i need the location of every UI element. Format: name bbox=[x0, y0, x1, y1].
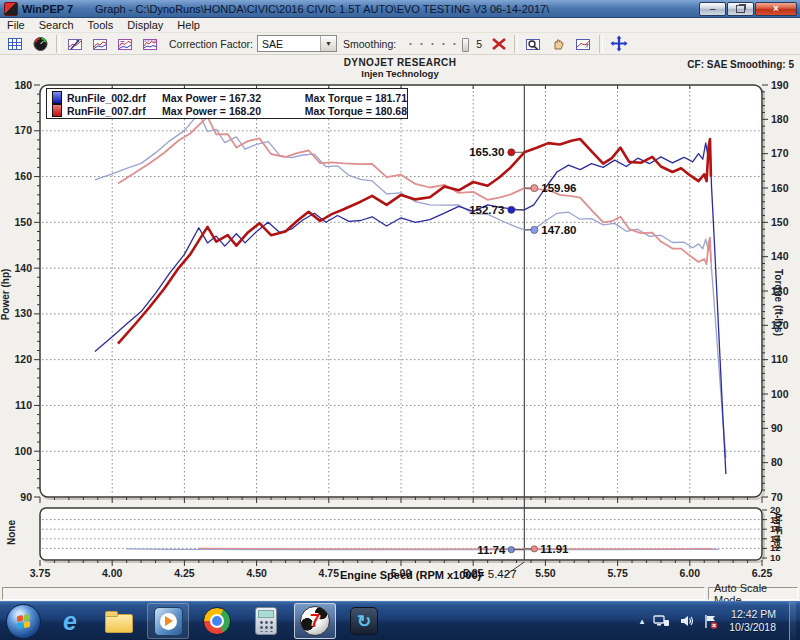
cursor-dot bbox=[508, 546, 514, 552]
svg-text:165.30: 165.30 bbox=[469, 146, 504, 158]
taskbar-sync-app[interactable]: ↻ bbox=[343, 603, 385, 639]
action-center-flag-icon[interactable] bbox=[703, 614, 718, 629]
svg-text:100: 100 bbox=[771, 388, 789, 400]
smoothing-slider[interactable] bbox=[403, 37, 469, 51]
winpep-app-icon bbox=[4, 2, 18, 16]
smoothing-label: Smoothing: bbox=[343, 38, 396, 50]
svg-text:4.50: 4.50 bbox=[246, 567, 267, 579]
svg-text:140: 140 bbox=[14, 262, 32, 274]
chevron-down-icon[interactable]: ▼ bbox=[320, 36, 336, 51]
svg-text:130: 130 bbox=[14, 307, 32, 319]
zoom-run-button[interactable] bbox=[571, 33, 596, 55]
cursor-x-readout: X = 5.427 bbox=[467, 568, 517, 580]
legend-max-torque: Max Torque = 180.68 bbox=[305, 105, 407, 117]
start-button[interactable] bbox=[6, 604, 41, 639]
legend-swatch-blue bbox=[52, 91, 62, 104]
af-axis-left-title: None bbox=[6, 520, 17, 545]
taskbar-internet-explorer[interactable]: e bbox=[49, 603, 91, 639]
toolbar-separator bbox=[514, 35, 518, 53]
graph-compare-button[interactable] bbox=[113, 33, 138, 55]
windows-logo-icon bbox=[17, 614, 30, 629]
menu-file[interactable]: File bbox=[0, 18, 32, 33]
svg-text:11.91: 11.91 bbox=[540, 543, 569, 555]
taskbar-chrome[interactable] bbox=[196, 603, 238, 639]
taskbar-file-explorer[interactable] bbox=[98, 603, 140, 639]
svg-text:180: 180 bbox=[14, 79, 32, 91]
correction-factor-select[interactable]: SAE ▼ bbox=[257, 35, 337, 52]
status-message-cell bbox=[2, 587, 705, 600]
svg-text:4.25: 4.25 bbox=[174, 567, 195, 579]
svg-text:140: 140 bbox=[771, 250, 789, 262]
svg-text:10: 10 bbox=[770, 552, 781, 563]
toolbar: Correction Factor: SAE ▼ Smoothing: 5 bbox=[0, 33, 800, 55]
legend-max-torque: Max Torque = 181.71 bbox=[305, 92, 407, 104]
svg-text:150: 150 bbox=[14, 216, 32, 228]
graph-multi-button[interactable] bbox=[138, 33, 163, 55]
smoothing-value: 5 bbox=[476, 38, 482, 50]
folder-icon bbox=[105, 614, 133, 633]
chrome-icon bbox=[203, 607, 231, 635]
svg-text:120: 120 bbox=[14, 353, 32, 365]
chart-legend: RunFile_002.drf Max Power = 167.32 Max T… bbox=[46, 88, 408, 119]
svg-text:147.80: 147.80 bbox=[541, 224, 576, 236]
legend-max-power: Max Power = 168.20 bbox=[162, 105, 305, 117]
sync-icon: ↻ bbox=[350, 607, 378, 635]
taskbar-calculator[interactable] bbox=[245, 603, 287, 639]
svg-text:160: 160 bbox=[14, 170, 32, 182]
af-chart-panel bbox=[40, 508, 762, 560]
network-icon[interactable] bbox=[653, 614, 670, 628]
svg-text:3.75: 3.75 bbox=[30, 567, 51, 579]
volume-icon[interactable] bbox=[679, 614, 694, 628]
graph-overlay-button[interactable] bbox=[88, 33, 113, 55]
window-title: Graph - C:\DynoRuns\HONDA\CIVIC\2016 CIV… bbox=[95, 3, 699, 15]
svg-text:150: 150 bbox=[771, 216, 789, 228]
runs-table-button[interactable] bbox=[3, 33, 28, 55]
taskbar-winpep[interactable]: 7 bbox=[294, 603, 336, 639]
menu-tools[interactable]: Tools bbox=[81, 18, 121, 33]
menu-search[interactable]: Search bbox=[32, 18, 81, 33]
taskbar-clock[interactable]: 12:42 PM 10/3/2018 bbox=[729, 608, 776, 634]
media-player-icon bbox=[154, 607, 183, 636]
winpep-icon: 7 bbox=[300, 606, 330, 636]
toolbar-separator bbox=[599, 35, 603, 53]
dyno-chart[interactable]: 3.754.004.254.504.755.005.255.505.756.00… bbox=[0, 55, 800, 590]
minimize-button[interactable]: – bbox=[699, 2, 726, 16]
svg-text:90: 90 bbox=[771, 422, 783, 434]
svg-text:4.75: 4.75 bbox=[319, 567, 340, 579]
graph-new-button[interactable] bbox=[63, 33, 88, 55]
menu-display[interactable]: Display bbox=[120, 18, 170, 33]
taskbar: e 7 ↻ ▴ 12:42 PM 10/3/2018 bbox=[0, 601, 800, 640]
scale-mode-indicator: Auto Scale Mode bbox=[708, 587, 798, 600]
legend-swatch-red bbox=[52, 104, 62, 117]
legend-row-run007: RunFile_007.drf Max Power = 168.20 Max T… bbox=[52, 104, 407, 117]
close-button[interactable]: × bbox=[755, 2, 797, 16]
system-tray: ▴ 12:42 PM 10/3/2018 bbox=[640, 602, 800, 640]
pan-hand-button[interactable] bbox=[546, 33, 571, 55]
show-desktop-button[interactable] bbox=[789, 602, 796, 640]
svg-text:170: 170 bbox=[14, 124, 32, 136]
clock-time: 12:42 PM bbox=[729, 608, 776, 621]
svg-text:80: 80 bbox=[771, 456, 783, 468]
menu-help[interactable]: Help bbox=[170, 18, 207, 33]
toolbar-separator bbox=[56, 35, 60, 53]
cursor-dot bbox=[531, 546, 537, 552]
move-cursor-button[interactable] bbox=[606, 33, 631, 55]
delete-run-button[interactable] bbox=[486, 33, 511, 55]
zoom-box-button[interactable] bbox=[521, 33, 546, 55]
menu-bar: File Search Tools Display Help bbox=[0, 18, 800, 33]
svg-text:180: 180 bbox=[771, 113, 789, 125]
tray-expand-icon[interactable]: ▴ bbox=[640, 616, 645, 626]
svg-text:110: 110 bbox=[771, 353, 788, 365]
slider-handle[interactable] bbox=[462, 38, 469, 52]
svg-text:110: 110 bbox=[15, 399, 32, 411]
cursor-dot bbox=[508, 149, 515, 156]
gauge-button[interactable] bbox=[28, 33, 53, 55]
x-axis-title: Engine Speed (RPM x1000) bbox=[340, 569, 481, 581]
svg-text:6.00: 6.00 bbox=[680, 567, 701, 579]
legend-file: RunFile_002.drf bbox=[67, 92, 162, 104]
legend-row-run002: RunFile_002.drf Max Power = 167.32 Max T… bbox=[52, 91, 407, 104]
winpep-window: WinPEP 7 Graph - C:\DynoRuns\HONDA\CIVIC… bbox=[0, 0, 800, 640]
taskbar-media-player[interactable] bbox=[147, 603, 189, 639]
title-bar: WinPEP 7 Graph - C:\DynoRuns\HONDA\CIVIC… bbox=[0, 0, 800, 18]
restore-button[interactable] bbox=[727, 2, 754, 16]
